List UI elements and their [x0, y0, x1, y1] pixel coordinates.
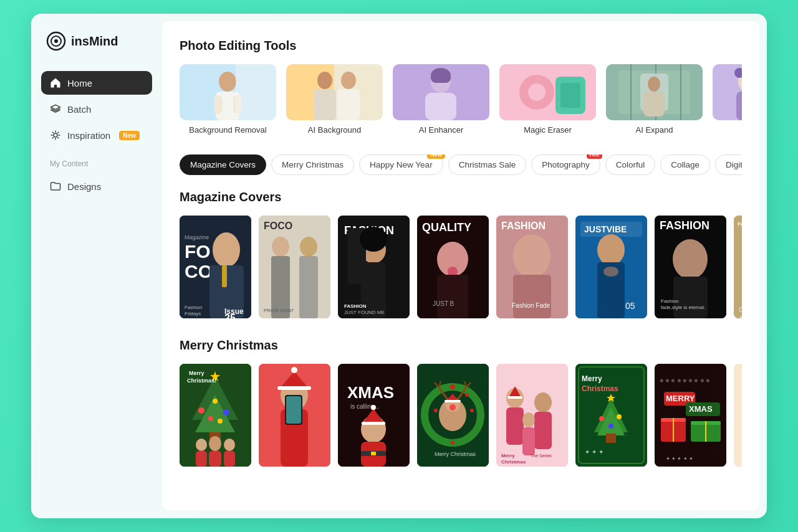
tab-christmas-sale[interactable]: Christmas Sale	[448, 154, 527, 175]
svg-text:Magazine: Magazine	[185, 234, 209, 240]
svg-rect-29	[560, 83, 580, 108]
tab-happy-new-year[interactable]: Happy New Year New	[359, 154, 443, 175]
tab-merry-christmas[interactable]: Merry Christmas	[271, 154, 354, 175]
svg-text:Christmas: Christmas	[582, 384, 618, 393]
svg-point-160	[434, 409, 438, 412]
svg-point-53	[213, 232, 240, 267]
christmas-card-2[interactable]	[259, 364, 330, 467]
svg-point-117	[196, 439, 207, 451]
svg-rect-180	[606, 434, 616, 443]
svg-rect-10	[214, 95, 223, 114]
christmas-card-7[interactable]: MERRY XMAS ❄ ❄ ❄ ❄ ❄ ❄ ❄ ❄ ❄ ✦ ✦ ✦ ✦ ✦	[655, 364, 726, 467]
svg-point-27	[528, 83, 546, 101]
tool-card-ai-enhancer[interactable]: AI Enhancer	[393, 64, 489, 135]
svg-point-71	[360, 227, 387, 252]
tool-image-ai-bg	[286, 64, 383, 120]
svg-text:FASHION: FASHION	[501, 221, 546, 231]
logo[interactable]: insMind	[41, 31, 152, 51]
svg-text:05: 05	[625, 301, 635, 311]
tool-image-ai-expand	[606, 64, 703, 120]
sidebar-item-inspiration[interactable]: Inspiration New	[41, 123, 152, 147]
svg-rect-199	[734, 364, 742, 467]
tab-photography[interactable]: Photography Hot	[531, 154, 600, 175]
logo-text: insMind	[71, 34, 118, 49]
christmas-card-6[interactable]: Merry Christmas ✦ ✦ ✦	[575, 364, 647, 467]
magazine-card-5[interactable]: FASHION Fashion Fade	[496, 216, 568, 318]
sidebar-item-home[interactable]: Home	[41, 71, 152, 95]
svg-text:QUALITY: QUALITY	[422, 221, 471, 234]
svg-rect-65	[299, 256, 318, 318]
main-content: Photo Editing Tools	[162, 21, 759, 511]
svg-point-18	[341, 72, 356, 89]
tool-label-bg-removal: Background Removal	[189, 125, 266, 135]
svg-point-95	[673, 239, 708, 279]
magazine-card-8[interactable]: FASHION COLLECTION Q2 Of JACKET	[734, 216, 742, 318]
sidebar-inspiration-label: Inspiration	[67, 130, 110, 141]
tool-card-ai-bg[interactable]: AI Background	[286, 64, 383, 135]
svg-rect-37	[643, 92, 665, 116]
svg-text:JUST B: JUST B	[433, 300, 454, 307]
svg-rect-128	[277, 386, 311, 390]
logo-icon	[46, 31, 66, 51]
svg-text:JACKET: JACKET	[739, 315, 742, 318]
svg-point-8	[219, 72, 236, 92]
tool-card-magic-eraser[interactable]: Magic Eraser	[499, 64, 596, 135]
svg-rect-22	[425, 93, 456, 120]
magazine-card-3[interactable]: FASHION FASHION JUST FOUND ME	[338, 216, 410, 318]
svg-point-16	[317, 72, 332, 89]
svg-text:Merry: Merry	[501, 453, 515, 458]
sparkles-icon	[50, 130, 61, 141]
svg-rect-19	[337, 89, 360, 120]
christmas-card-8[interactable]	[734, 364, 742, 467]
sidebar-item-batch[interactable]: Batch	[41, 97, 152, 121]
sidebar-item-designs[interactable]: Designs	[41, 174, 152, 198]
svg-point-114	[208, 416, 213, 421]
svg-point-183	[617, 414, 622, 419]
tab-collage[interactable]: Collage	[660, 154, 710, 175]
svg-text:Fridays: Fridays	[185, 311, 201, 316]
svg-text:Christmas!: Christmas!	[187, 378, 216, 384]
svg-point-2	[54, 39, 58, 43]
svg-point-113	[223, 409, 229, 416]
tab-magazine-covers[interactable]: Magazine Covers	[180, 154, 266, 175]
tool-card-ai-expand[interactable]: AI Expand	[606, 64, 703, 135]
tab-colorful[interactable]: Colorful	[605, 154, 656, 175]
svg-text:Fashion Fade: Fashion Fade	[512, 302, 550, 309]
tool-card-ai-filter[interactable]: AI Filter	[713, 64, 742, 135]
magazine-card-1[interactable]: Magazine FO CO Fashion Fridays Issue 25	[180, 216, 251, 318]
svg-text:XMAS: XMAS	[689, 404, 713, 414]
magazine-card-4[interactable]: QUALITY JUST B	[417, 216, 489, 318]
my-content-label: My Content	[41, 150, 152, 172]
sidebar: insMind Home Batch Inspiration New My	[31, 14, 162, 518]
home-icon	[50, 77, 61, 88]
sidebar-home-label: Home	[67, 78, 92, 88]
magazine-card-2[interactable]: FOCO PRICE COAT	[259, 216, 330, 318]
tools-section-title: Photo Editing Tools	[180, 39, 742, 53]
christmas-card-5[interactable]: Merry Christmas The Series	[496, 364, 568, 467]
svg-point-169	[522, 412, 535, 427]
christmas-card-4[interactable]: Merry Christmas	[417, 364, 489, 467]
tool-label-magic-eraser: Magic Eraser	[524, 125, 572, 135]
svg-rect-99	[734, 216, 742, 318]
svg-text:FASHION: FASHION	[660, 219, 709, 232]
svg-text:25: 25	[224, 313, 236, 318]
new-year-badge: New	[427, 154, 445, 159]
svg-text:❄ ❄ ❄ ❄ ❄ ❄ ❄ ❄ ❄: ❄ ❄ ❄ ❄ ❄ ❄ ❄ ❄ ❄	[660, 378, 710, 384]
sidebar-batch-label: Batch	[67, 104, 91, 115]
svg-point-115	[218, 419, 223, 424]
tool-card-bg-removal[interactable]: Background Removal	[180, 64, 276, 135]
svg-point-182	[599, 416, 604, 421]
svg-rect-118	[196, 451, 207, 467]
magazine-card-7[interactable]: FASHION Fashion fade,style is eternal.	[655, 216, 726, 318]
christmas-card-1[interactable]: Merry Christmas!	[180, 364, 251, 467]
svg-point-129	[291, 367, 297, 373]
svg-point-139	[371, 405, 376, 410]
magazine-card-6[interactable]: JUSTVIBE 05	[575, 216, 647, 318]
tab-digital[interactable]: Digital	[715, 154, 742, 175]
svg-rect-17	[314, 89, 336, 120]
svg-rect-55	[222, 265, 227, 287]
svg-text:JUSTVIBE: JUSTVIBE	[584, 224, 627, 234]
svg-rect-84	[513, 275, 551, 318]
svg-point-158	[470, 409, 474, 412]
christmas-card-3[interactable]: XMAS is calling...	[338, 364, 410, 467]
